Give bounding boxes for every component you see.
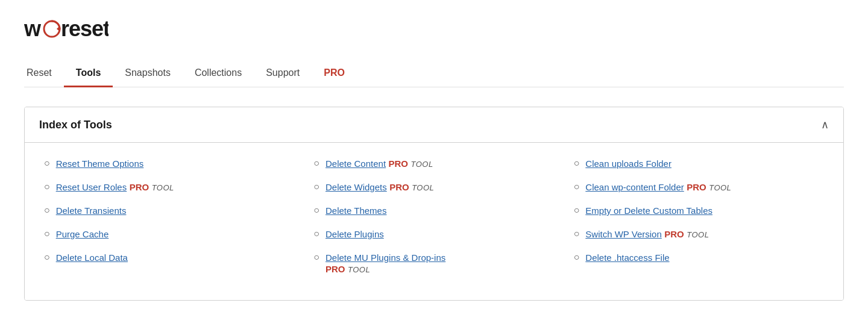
tool-label: TOOL (152, 183, 174, 192)
list-item: ○ Delete Transients (44, 204, 294, 217)
list-item: ○ Reset User Roles PRO TOOL (44, 181, 294, 193)
tool-label: TOOL (348, 265, 370, 274)
tool-link-delete-mu-plugins[interactable]: Delete MU Plugins & Drop-ins (326, 252, 445, 263)
bullet-icon: ○ (313, 205, 319, 216)
bullet-icon: ○ (313, 228, 319, 239)
list-item: ○ Reset Theme Options (44, 157, 294, 170)
tool-link-delete-widgets[interactable]: Delete Widgets (326, 182, 387, 192)
bullet-icon: ○ (313, 181, 319, 192)
pro-badge: PRO (130, 182, 149, 192)
list-item: ○ Clean uploads Folder (574, 157, 814, 170)
tool-label: TOOL (687, 230, 709, 239)
bullet-icon: ○ (313, 252, 319, 263)
list-item: ○ Delete Widgets PRO TOOL (313, 181, 554, 193)
bullet-icon: ○ (44, 158, 50, 169)
tool-link-delete-plugins[interactable]: Delete Plugins (326, 229, 384, 239)
tools-column-3: ○ Clean uploads Folder ○ Clean wp-conten… (564, 157, 824, 286)
list-item: ○ Delete Themes (313, 204, 554, 217)
list-item: ○ Purge Cache (44, 228, 294, 240)
index-body: ○ Reset Theme Options ○ Reset User Roles… (25, 143, 843, 300)
list-item: ○ Switch WP Version PRO TOOL (574, 228, 814, 240)
list-item: ○ Delete .htaccess File (574, 251, 814, 264)
bullet-icon: ○ (313, 158, 319, 169)
nav-item-collections[interactable]: Collections (183, 60, 254, 87)
main-content: Index of Tools ∧ ○ Reset Theme Options ○… (0, 87, 868, 320)
tool-label: TOOL (411, 160, 433, 169)
list-item: ○ Delete Plugins (313, 228, 554, 240)
index-title: Index of Tools (39, 119, 112, 131)
tool-link-clean-uploads-folder[interactable]: Clean uploads Folder (585, 158, 671, 169)
list-item: ○ Delete MU Plugins & Drop-ins PRO TOOL (313, 251, 554, 275)
pro-badge: PRO (326, 264, 345, 274)
tool-link-empty-delete-custom-tables[interactable]: Empty or Delete Custom Tables (585, 205, 712, 216)
tools-grid: ○ Reset Theme Options ○ Reset User Roles… (44, 157, 824, 286)
tool-link-reset-user-roles[interactable]: Reset User Roles (56, 182, 127, 192)
tool-label: TOOL (412, 183, 434, 192)
tool-link-delete-htaccess-file[interactable]: Delete .htaccess File (585, 252, 669, 263)
pro-badge: PRO (389, 158, 409, 169)
bullet-icon: ○ (44, 205, 50, 216)
bullet-icon: ○ (574, 228, 580, 239)
nav-item-support[interactable]: Support (254, 60, 312, 87)
bullet-icon: ○ (574, 252, 580, 263)
nav-item-tools[interactable]: Tools (64, 60, 113, 87)
main-nav: Reset Tools Snapshots Collections Suppor… (24, 60, 844, 87)
index-header: Index of Tools ∧ (25, 107, 843, 143)
nav-item-snapshots[interactable]: Snapshots (113, 60, 183, 87)
tool-link-delete-content[interactable]: Delete Content (326, 158, 386, 169)
logo: w reset (24, 14, 844, 46)
chevron-up-icon[interactable]: ∧ (821, 118, 829, 131)
list-item: ○ Delete Content PRO TOOL (313, 157, 554, 170)
tool-link-reset-theme-options[interactable]: Reset Theme Options (56, 158, 144, 169)
index-card: Index of Tools ∧ ○ Reset Theme Options ○… (24, 107, 844, 301)
pro-badge: PRO (687, 182, 706, 192)
nav-item-pro[interactable]: PRO (312, 60, 357, 87)
logo-text: w reset (24, 14, 108, 46)
tools-column-1: ○ Reset Theme Options ○ Reset User Roles… (44, 157, 304, 286)
bullet-icon: ○ (44, 181, 50, 192)
svg-text:reset: reset (61, 16, 108, 41)
svg-marker-2 (57, 26, 60, 31)
bullet-icon: ○ (44, 252, 50, 263)
tool-link-purge-cache[interactable]: Purge Cache (56, 229, 109, 239)
pro-badge: PRO (389, 182, 409, 192)
tools-column-2: ○ Delete Content PRO TOOL ○ Delete Widge… (304, 157, 564, 286)
bullet-icon: ○ (44, 228, 50, 239)
bullet-icon: ○ (574, 158, 580, 169)
svg-text:w: w (24, 16, 42, 41)
tool-link-switch-wp-version[interactable]: Switch WP Version (585, 229, 661, 239)
tool-label: TOOL (709, 183, 731, 192)
tool-link-delete-themes[interactable]: Delete Themes (326, 205, 386, 216)
pro-badge: PRO (664, 229, 684, 239)
header: w reset Reset Tools Snapshots Collection… (0, 0, 868, 87)
bullet-icon: ○ (574, 181, 580, 192)
tool-link-delete-local-data[interactable]: Delete Local Data (56, 252, 128, 263)
bullet-icon: ○ (574, 205, 580, 216)
list-item: ○ Empty or Delete Custom Tables (574, 204, 814, 217)
nav-item-reset[interactable]: Reset (24, 60, 64, 87)
tool-link-clean-wp-content-folder[interactable]: Clean wp-content Folder (585, 182, 684, 192)
logo-svg: w reset (24, 14, 108, 41)
list-item: ○ Delete Local Data (44, 251, 294, 264)
tool-link-delete-transients[interactable]: Delete Transients (56, 205, 127, 216)
list-item: ○ Clean wp-content Folder PRO TOOL (574, 181, 814, 193)
